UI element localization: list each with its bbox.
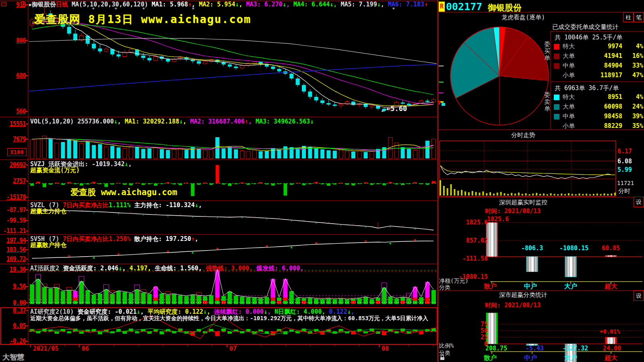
row-pct: 47% bbox=[622, 72, 643, 79]
axis-label: 919 bbox=[0, 1, 26, 8]
vol-header: VOL(5,10,20) 255736.000↓, MA1: 320292.18… bbox=[30, 118, 314, 125]
order-stat-row: 大单 60098 24% bbox=[554, 103, 643, 112]
classify-y-label: 25 bbox=[471, 333, 488, 341]
row-name: 中单 bbox=[563, 62, 575, 70]
row-name: 特大 bbox=[563, 43, 575, 50]
swatch bbox=[554, 53, 559, 59]
order-stat-row: 中单 84904 33% bbox=[554, 62, 643, 71]
axis-label: 0.37 bbox=[0, 307, 26, 314]
axis-label: -0.26 bbox=[0, 337, 26, 345]
svzl-header2: 超赢主力持仓 bbox=[30, 208, 66, 215]
row-value: 84904 bbox=[578, 62, 622, 69]
axis-label: 2757 bbox=[0, 177, 26, 185]
stock-code: 002177 bbox=[446, 1, 482, 12]
timeline-label[interactable]: 07 bbox=[229, 345, 237, 352]
axis-label: -99.59 bbox=[0, 217, 26, 224]
axis-label: 7679 bbox=[0, 136, 26, 143]
timeline-label[interactable]: 06 bbox=[82, 345, 89, 352]
row-pct: 4% bbox=[622, 43, 643, 50]
axis-label: 15551 bbox=[0, 120, 26, 128]
axis-label: 0.00 bbox=[0, 299, 26, 306]
ai2-description: 近期大资金总体偏多，虽不活跃，但有异动，宜关注大资金的持续性，今日大单净流出：-… bbox=[30, 315, 428, 322]
buy-side-label: 委买单 bbox=[544, 41, 551, 62]
r-badge: R bbox=[439, 2, 445, 12]
stock-name: 御银股份 bbox=[488, 2, 522, 13]
fenshi-tag: 分时 bbox=[618, 187, 630, 195]
monitor-y-label: 857.02 bbox=[455, 237, 488, 244]
row-value: 88229 bbox=[578, 122, 622, 130]
axis-label: -111.21 bbox=[0, 227, 26, 234]
swatch bbox=[554, 95, 559, 100]
axis-label: 800 bbox=[0, 37, 26, 44]
row-pct: 16% bbox=[622, 52, 643, 60]
order-stat-row: 特大 9974 4% bbox=[554, 43, 643, 51]
row-value: 8951 bbox=[578, 93, 622, 101]
axis-label: 169.72 bbox=[0, 255, 26, 263]
row-name: 特大 bbox=[563, 93, 575, 101]
watermark-svzj: 爱查股 www.aichagu.com bbox=[70, 187, 177, 198]
axis-label: 680 bbox=[0, 72, 26, 79]
order-stat-row: 小单 118917 47% bbox=[554, 72, 643, 80]
row-name: 中单 bbox=[563, 113, 575, 120]
timeline-label[interactable]: 08 bbox=[382, 345, 389, 352]
vol-unit-box: X100 bbox=[7, 148, 27, 156]
axis-label: 0.05 bbox=[0, 322, 26, 329]
axis-label: -15178 bbox=[0, 193, 26, 201]
row-name: 大单 bbox=[563, 103, 575, 111]
buy-summary: 共 10046单 25.5手/单 bbox=[555, 34, 622, 41]
monitor-value-label: -806.3 bbox=[521, 245, 543, 252]
monitor-category: 超大 bbox=[605, 282, 617, 291]
classify-category: 超大 bbox=[605, 354, 617, 362]
brand-label: 大智慧 bbox=[2, 352, 24, 362]
row-value: 41941 bbox=[578, 52, 622, 60]
svsh-header2: 超赢散户持仓 bbox=[30, 241, 66, 249]
fenshi-title: 分时走势 bbox=[467, 132, 580, 139]
axis-label: 20692 bbox=[0, 161, 26, 169]
svzj-header2: 超赢资金流(万元) bbox=[30, 167, 80, 174]
ai1-header: AI活跃度2 资金活跃度: 2.046↓, 4.197, 生命线: 1.560,… bbox=[30, 265, 303, 272]
order-stat-row: 小单 88229 35% bbox=[554, 122, 643, 131]
classify-settings-button[interactable]: 设 bbox=[634, 290, 644, 301]
classify-value-label: 24.00 bbox=[603, 345, 621, 352]
monitor-settings-button[interactable]: 设 bbox=[634, 197, 644, 207]
row-pct: 39% bbox=[622, 113, 643, 120]
classify-value-label: 208.75 bbox=[485, 345, 507, 352]
order-stat-row: 特大 8951 4% bbox=[554, 93, 643, 102]
monitor-axis-class: 分类 bbox=[439, 284, 450, 291]
monitor-title: 深圳超赢实时监控 bbox=[467, 199, 580, 206]
row-pct: 4% bbox=[622, 93, 643, 101]
tab-stroke[interactable]: 笔 bbox=[634, 12, 644, 22]
svg-text:←: ← bbox=[382, 107, 385, 114]
axis-label: 19.36 bbox=[0, 266, 26, 273]
row-pct: 35% bbox=[622, 122, 643, 130]
classify-category: 大户 bbox=[564, 354, 577, 362]
order-stat-row: 中单 98458 39% bbox=[554, 113, 643, 121]
swatch bbox=[554, 104, 559, 110]
monitor-y-label: -1080.15 bbox=[455, 273, 488, 280]
stats-title: 已成交委托单成交量统计 bbox=[552, 23, 619, 31]
pie-title: 龙虎看盘(逐单) bbox=[467, 14, 580, 21]
axis-label: 9.56 bbox=[0, 283, 26, 290]
axis-label: 560 bbox=[0, 108, 26, 115]
tab-column[interactable]: 柱 bbox=[623, 12, 634, 22]
classify-pct-label: +0.01% bbox=[600, 328, 620, 335]
order-stat-row: 大单 41941 16% bbox=[554, 52, 643, 61]
trading-terminal: { "app": { "corner_help": "?", "watermar… bbox=[0, 0, 644, 362]
monitor-category: 中户 bbox=[524, 282, 537, 291]
classify-axis-unit: 比例% bbox=[439, 342, 454, 350]
monitor-y-label: 1825.6 bbox=[455, 219, 488, 226]
watermark-main: 爱查股网 8月13日 www.aichagu.com bbox=[34, 12, 251, 27]
row-name: 小单 bbox=[563, 72, 575, 79]
monitor-time: 时间: 2021/08/13 bbox=[485, 208, 541, 215]
fenshi-price-label: 6.08 bbox=[617, 158, 632, 165]
swatch bbox=[554, 44, 559, 49]
timeline-label[interactable]: 2021/05 bbox=[33, 345, 58, 352]
monitor-y-label: -111.58 bbox=[455, 255, 488, 262]
classify-value-label: -5.43 bbox=[526, 345, 544, 352]
low-price-marker: ←5.60 bbox=[386, 105, 407, 113]
classify-value-label: -127.32 bbox=[563, 345, 588, 352]
kline-header: ★御银股份日线 MA(5,10,20,30,60,120) MA1: 5.968… bbox=[28, 1, 428, 8]
classify-category: 中户 bbox=[524, 354, 537, 362]
row-value: 98458 bbox=[578, 113, 622, 120]
row-pct: 33% bbox=[622, 62, 643, 69]
